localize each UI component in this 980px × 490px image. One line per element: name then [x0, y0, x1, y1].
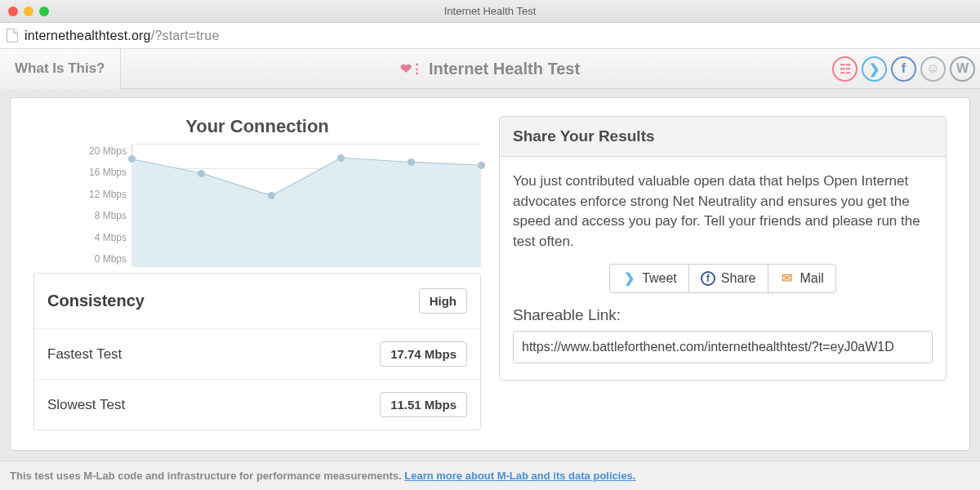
main-content: Your Connection 20 Mbps16 Mbps12 Mbps8 M…	[0, 89, 980, 461]
shareable-link-input[interactable]	[513, 331, 933, 363]
chart-point	[128, 155, 136, 163]
connection-title: Your Connection	[33, 116, 481, 137]
url-host: internethealthtest.org	[24, 29, 151, 42]
fastest-badge: 17.74 Mbps	[380, 341, 467, 367]
slowest-badge: 11.51 Mbps	[380, 392, 467, 417]
tweet-label: Tweet	[642, 271, 677, 286]
page-icon	[7, 29, 18, 42]
right-column: Share Your Results You just contributed …	[499, 116, 947, 430]
wordpress-icon[interactable]: W	[950, 56, 975, 82]
left-column: Your Connection 20 Mbps16 Mbps12 Mbps8 M…	[33, 116, 481, 430]
zoom-window-button[interactable]	[39, 7, 49, 16]
footer: This test uses M-Lab code and infrastruc…	[0, 461, 980, 490]
mail-label: Mail	[800, 271, 824, 286]
chart-y-labels: 20 Mbps16 Mbps12 Mbps8 Mbps4 Mbps0 Mbps	[33, 144, 131, 266]
shareable-link-label: Shareable Link:	[513, 306, 933, 324]
minimize-window-button[interactable]	[24, 7, 33, 16]
row-consistency: Consistency High	[34, 274, 480, 328]
footer-text: This test uses M-Lab code and infrastruc…	[10, 470, 404, 482]
brand-text: Internet Health Test	[429, 60, 580, 78]
calendar-icon[interactable]: ☷	[832, 56, 858, 82]
app-toolbar: What Is This? ❤︎⋮ Internet Health Test ☷…	[0, 49, 980, 89]
window-title-bar: Internet Health Test	[0, 0, 980, 23]
share-label: Share	[721, 271, 756, 286]
y-tick-label: 8 Mbps	[95, 210, 127, 221]
window-title: Internet Health Test	[444, 5, 537, 17]
mlab-policies-link[interactable]: Learn more about M-Lab and its data poli…	[404, 470, 635, 482]
row-slowest: Slowest Test 11.51 Mbps	[34, 379, 480, 430]
tweet-button[interactable]: ❯Tweet	[609, 264, 689, 293]
consistency-label: Consistency	[47, 292, 145, 310]
y-tick-label: 12 Mbps	[89, 189, 127, 200]
mail-button[interactable]: ✉Mail	[768, 264, 836, 293]
share-text: You just contributed valuable open data …	[513, 172, 933, 252]
fastest-label: Fastest Test	[47, 346, 122, 363]
twitter-bird-icon: ❯	[621, 271, 636, 286]
speed-chart	[131, 144, 481, 266]
url-path: /?start=true	[151, 29, 220, 42]
close-window-button[interactable]	[8, 7, 18, 16]
chart-point	[408, 158, 415, 166]
chart-container: 20 Mbps16 Mbps12 Mbps8 Mbps4 Mbps0 Mbps	[33, 144, 481, 266]
slowest-label: Slowest Test	[47, 397, 125, 413]
y-tick-label: 4 Mbps	[95, 232, 127, 243]
address-bar[interactable]: internethealthtest.org/?start=true	[0, 23, 980, 49]
twitter-icon[interactable]: ❯	[862, 56, 887, 82]
row-fastest: Fastest Test 17.74 Mbps	[34, 328, 480, 379]
share-title: Share Your Results	[500, 117, 946, 157]
share-panel: Share Your Results You just contributed …	[499, 116, 947, 381]
reddit-icon[interactable]: ☺	[920, 56, 946, 82]
chart-point	[337, 154, 345, 162]
tab-label: What Is This?	[15, 60, 105, 77]
y-tick-label: 16 Mbps	[89, 167, 127, 178]
y-tick-label: 0 Mbps	[95, 253, 127, 265]
facebook-icon[interactable]: f	[891, 56, 916, 82]
brand-title: ❤︎⋮ Internet Health Test	[400, 60, 580, 78]
mail-icon: ✉	[780, 271, 795, 286]
heart-network-icon: ❤︎⋮	[400, 60, 422, 78]
chart-point	[268, 192, 275, 199]
consistency-badge: High	[419, 288, 467, 314]
stats-table: Consistency High Fastest Test 17.74 Mbps…	[33, 273, 481, 430]
results-card: Your Connection 20 Mbps16 Mbps12 Mbps8 M…	[10, 97, 970, 451]
chart-point	[478, 162, 485, 169]
y-tick-label: 20 Mbps	[89, 145, 127, 157]
url-text: internethealthtest.org/?start=true	[24, 29, 220, 43]
share-button[interactable]: fShare	[689, 264, 768, 293]
social-links: ☷ ❯ f ☺ W	[832, 56, 975, 82]
chart-point	[198, 170, 205, 177]
facebook-f-icon: f	[701, 271, 715, 286]
share-buttons: ❯Tweet fShare ✉Mail	[513, 264, 933, 293]
tab-what-is-this[interactable]: What Is This?	[0, 49, 121, 89]
